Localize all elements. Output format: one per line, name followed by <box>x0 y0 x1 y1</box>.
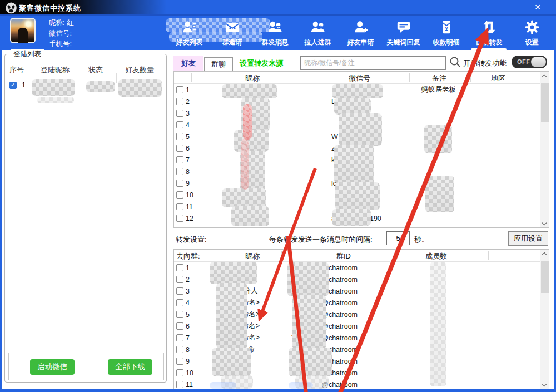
group-invite-icon <box>225 19 240 35</box>
row-number: 4 <box>186 299 196 307</box>
text-fragment: @chatroom <box>321 334 358 342</box>
censored-blur <box>334 98 371 115</box>
auto-forward-button[interactable]: 自动转发 <box>468 17 510 49</box>
row-checkbox[interactable] <box>176 334 183 341</box>
scroll-up-button[interactable] <box>540 250 549 259</box>
forward-toggle[interactable]: OFF <box>512 56 547 68</box>
row-checkbox[interactable] <box>176 191 183 199</box>
censored-blur <box>210 382 236 389</box>
scroll-up-button[interactable] <box>540 72 549 81</box>
search-input[interactable] <box>300 56 446 70</box>
row-number: 5 <box>186 133 196 141</box>
censored-blur <box>332 209 371 226</box>
enable-forward-label: 开启转发功能 <box>463 58 507 68</box>
forward-source-hint: 设置转发来源 <box>240 58 283 68</box>
group-table-scrollbar[interactable] <box>540 250 549 389</box>
scroll-thumb[interactable] <box>541 261 549 293</box>
censored-blur <box>287 262 329 296</box>
invite-to-group-button[interactable]: 拉人进群 <box>296 17 339 49</box>
all-offline-button[interactable]: 全部下线 <box>108 359 152 375</box>
title-bar: 聚客微信中控系统 — ✕ <box>0 0 556 16</box>
group-send-button[interactable]: 群发消息 <box>254 17 296 49</box>
app-logo-panda-icon <box>4 1 18 14</box>
row-number: 3 <box>186 287 196 295</box>
censored-blur <box>334 145 374 183</box>
row-number: 6 <box>186 145 196 152</box>
row-checkbox[interactable] <box>176 180 183 187</box>
row-checkbox[interactable] <box>176 145 183 152</box>
row-number: 11 <box>186 381 196 389</box>
row-number: 12 <box>186 215 196 222</box>
row-checkbox[interactable] <box>176 203 183 210</box>
tab-friends[interactable]: 好友 <box>173 56 203 71</box>
apply-settings-button[interactable]: 应用设置 <box>508 231 548 246</box>
cell-note: 蚂蚁居老板 <box>408 85 469 95</box>
group-invite-button[interactable]: 群邀请 <box>211 17 254 49</box>
row-checkbox[interactable] <box>176 276 183 283</box>
keyword-reply-button[interactable]: 关键词回复 <box>382 17 425 49</box>
row-checkbox[interactable] <box>176 311 183 318</box>
row-checkbox[interactable] <box>176 168 183 175</box>
row-checkbox[interactable] <box>176 381 183 388</box>
login-row: 1 <box>9 81 17 91</box>
user-avatar <box>10 18 36 43</box>
censored-blur <box>32 79 75 96</box>
row-number: 10 <box>186 369 196 377</box>
close-button[interactable]: ✕ <box>527 0 548 14</box>
row-checkbox[interactable] <box>176 358 183 365</box>
login-row-checkbox[interactable] <box>9 82 17 89</box>
row-checkbox[interactable] <box>176 287 183 295</box>
friend-table-scrollbar[interactable] <box>540 72 549 227</box>
censored-blur <box>212 348 251 376</box>
friend-request-button[interactable]: 好友申请 <box>339 17 382 49</box>
col-note: 备注 <box>432 73 446 83</box>
group-table-header: 去向群: 昵称 群ID 成员数 <box>174 250 549 262</box>
row-checkbox[interactable] <box>176 299 183 306</box>
row-checkbox[interactable] <box>176 121 183 128</box>
row-checkbox[interactable] <box>176 264 183 271</box>
censored-blur <box>210 262 257 284</box>
censored-blur <box>222 188 266 207</box>
row-checkbox[interactable] <box>176 215 183 222</box>
minimize-button[interactable]: — <box>502 0 523 14</box>
friend-request-icon <box>353 19 369 35</box>
user-nickname: 昵称: 红 <box>49 18 73 28</box>
user-wechat-id: 微信号: <box>49 28 73 39</box>
friend-source-table: 昵称 微信号 备注 地区 1Al0262蚂蚁居老板2LT345W6zn7k89l… <box>173 71 549 228</box>
row-number: 7 <box>186 156 196 164</box>
interval-unit: 秒。 <box>414 235 429 245</box>
search-icon[interactable] <box>449 56 461 68</box>
user-info: 昵称: 红 微信号: 手机号: <box>49 18 73 49</box>
row-number: 9 <box>186 358 196 365</box>
row-checkbox[interactable] <box>176 369 183 376</box>
forward-toggle-state: OFF <box>517 58 530 65</box>
start-wechat-button[interactable]: 启动微信 <box>30 359 75 375</box>
col-status: 状态 <box>88 65 103 75</box>
scroll-thumb[interactable] <box>541 83 549 122</box>
friend-list-button[interactable]: 好友列表 <box>168 17 211 49</box>
payment-detail-icon: ¥ <box>439 19 454 35</box>
row-number: 6 <box>186 322 196 330</box>
scroll-down-button[interactable] <box>540 219 549 227</box>
censored-blur <box>332 84 383 98</box>
friend-list-icon <box>182 19 197 35</box>
row-checkbox[interactable] <box>176 110 183 117</box>
row-checkbox[interactable] <box>176 133 183 140</box>
row-checkbox[interactable] <box>176 86 183 93</box>
row-number: 1 <box>186 86 196 94</box>
censored-blur <box>86 81 115 92</box>
row-checkbox[interactable] <box>176 346 183 353</box>
interval-input[interactable] <box>386 231 410 245</box>
group-send-icon <box>267 19 283 35</box>
settings-button[interactable]: 设置 <box>510 17 553 49</box>
row-number: 3 <box>186 110 196 117</box>
forward-settings-label: 转发设置: <box>176 235 207 245</box>
tab-group-chat[interactable]: 群聊 <box>204 57 233 71</box>
row-checkbox[interactable] <box>176 156 183 163</box>
payment-detail-button[interactable]: ¥ 收款明细 <box>425 17 468 49</box>
scroll-down-button[interactable] <box>540 380 549 389</box>
login-row-number: 1 <box>22 81 26 89</box>
censored-blur <box>289 382 313 389</box>
row-checkbox[interactable] <box>176 98 183 105</box>
row-checkbox[interactable] <box>176 322 183 330</box>
